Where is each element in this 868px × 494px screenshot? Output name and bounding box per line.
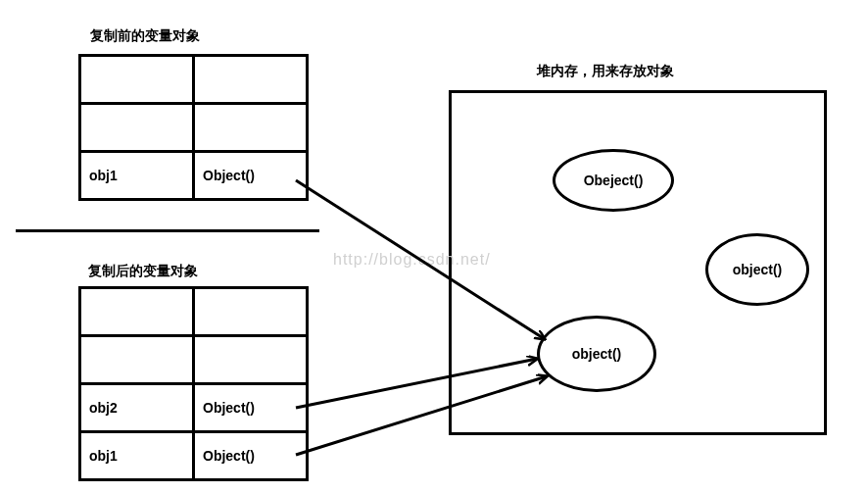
table-row bbox=[80, 104, 308, 152]
cell-object-ref: Object() bbox=[194, 384, 308, 432]
cell bbox=[194, 336, 308, 384]
cell-obj2: obj2 bbox=[80, 384, 194, 432]
table-before: obj1 Object() bbox=[78, 54, 309, 201]
cell bbox=[80, 104, 194, 152]
cell bbox=[80, 56, 194, 104]
table-row: obj2 Object() bbox=[80, 384, 308, 432]
heap-object-label: object() bbox=[572, 346, 622, 362]
heap-object-label: object() bbox=[733, 262, 783, 277]
table-row: obj1 Object() bbox=[80, 152, 308, 200]
table-row: obj1 Object() bbox=[80, 432, 308, 480]
heap-object-2: object() bbox=[705, 233, 809, 306]
heap-object-1: Obeject() bbox=[553, 149, 674, 212]
cell-obj1: obj1 bbox=[80, 152, 194, 200]
title-heap: 堆内存，用来存放对象 bbox=[537, 63, 674, 80]
table-row bbox=[80, 336, 308, 384]
diagram-canvas: 复制前的变量对象 obj1 Object() 复制后的变量对象 obj2 bbox=[0, 0, 868, 494]
title-before: 复制前的变量对象 bbox=[90, 27, 200, 45]
cell bbox=[80, 288, 194, 336]
heap-object-label: Obeject() bbox=[584, 173, 644, 188]
cell bbox=[194, 288, 308, 336]
section-divider bbox=[16, 229, 319, 232]
cell bbox=[80, 336, 194, 384]
table-row bbox=[80, 56, 308, 104]
cell-obj1: obj1 bbox=[80, 432, 194, 480]
table-row bbox=[80, 288, 308, 336]
table-after: obj2 Object() obj1 Object() bbox=[78, 286, 309, 481]
title-after: 复制后的变量对象 bbox=[88, 263, 198, 280]
cell bbox=[194, 56, 308, 104]
cell-object-ref: Object() bbox=[194, 432, 308, 480]
heap-object-3: object() bbox=[537, 316, 656, 392]
cell-object-ref: Object() bbox=[194, 152, 308, 200]
cell bbox=[194, 104, 308, 152]
